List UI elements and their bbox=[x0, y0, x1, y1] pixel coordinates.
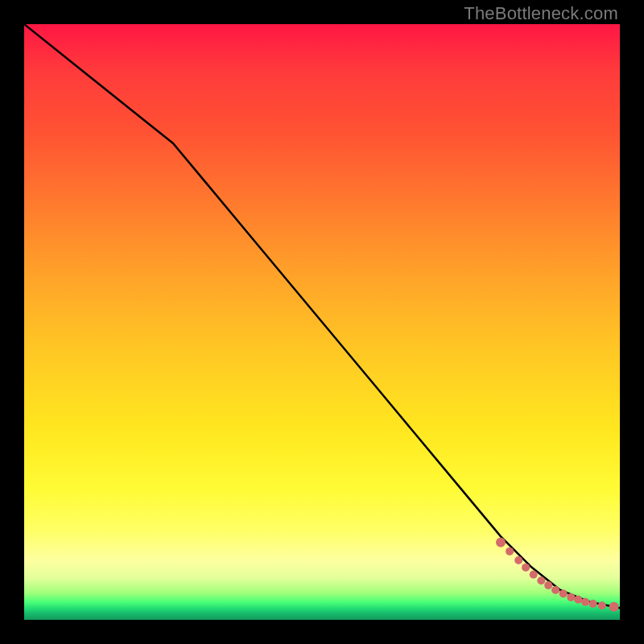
scatter-point bbox=[514, 556, 522, 564]
plot-area bbox=[24, 24, 620, 620]
scatter-point bbox=[567, 593, 575, 601]
scatter-point bbox=[574, 596, 582, 604]
scatter-point bbox=[506, 547, 514, 555]
scatter-point bbox=[530, 571, 538, 579]
scatter-point bbox=[537, 576, 545, 584]
chart-overlay bbox=[24, 24, 620, 620]
scatter-point bbox=[551, 586, 559, 594]
bottleneck-curve bbox=[24, 24, 620, 608]
scatter-point bbox=[544, 581, 552, 589]
scatter-point bbox=[559, 589, 568, 597]
scatter-point bbox=[522, 564, 530, 572]
chart-frame: TheBottleneck.com bbox=[0, 0, 644, 644]
scatter-point bbox=[581, 598, 589, 606]
watermark-text: TheBottleneck.com bbox=[464, 3, 618, 24]
scatter-point bbox=[609, 602, 619, 612]
scatter-point bbox=[496, 538, 506, 547]
scatter-point bbox=[598, 601, 606, 609]
scatter-point bbox=[589, 600, 597, 608]
